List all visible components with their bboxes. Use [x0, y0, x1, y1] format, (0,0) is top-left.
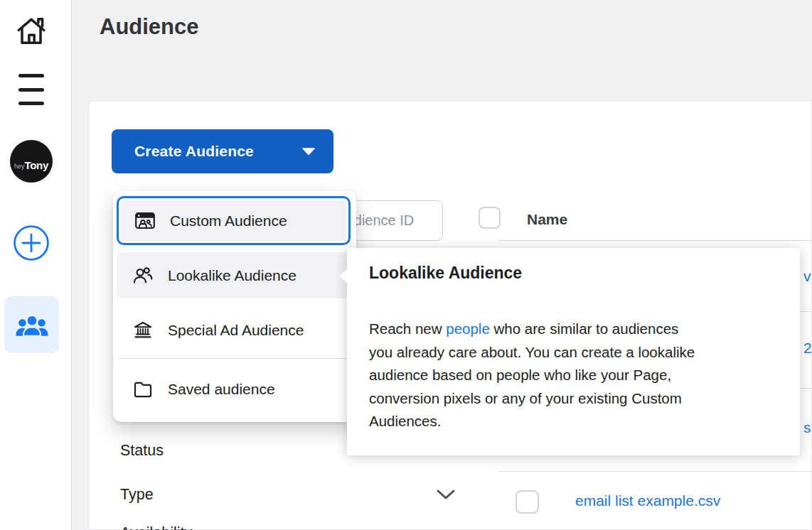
select-all-checkbox[interactable] — [479, 207, 501, 229]
menu-item-label: Saved audience — [168, 381, 275, 398]
filter-status[interactable]: Status — [120, 442, 164, 460]
tooltip-title: Lookalike Audience — [369, 264, 522, 283]
name-column-header: Name — [527, 211, 567, 228]
avatar[interactable]: heyTony — [10, 140, 53, 183]
custom-audience-icon — [134, 210, 156, 232]
avatar-brand-bold: Tony — [24, 159, 48, 171]
create-nav-button[interactable] — [12, 224, 50, 262]
clipped-row-link-fragment: v — [803, 268, 811, 285]
content-card: Create Audience Name v 2 s email list ex… — [88, 100, 812, 530]
filter-type[interactable]: Type — [120, 486, 154, 504]
home-icon — [14, 13, 49, 48]
home-nav-button[interactable] — [13, 12, 50, 49]
clipped-row-link-fragment: s — [803, 419, 811, 436]
menu-item-label: Special Ad Audience — [168, 322, 304, 339]
lookalike-tooltip: Lookalike Audience Reach new people who … — [347, 248, 800, 455]
menu-divider — [119, 358, 351, 359]
plus-icon — [12, 224, 50, 262]
lookalike-audience-icon — [132, 265, 154, 286]
caret-down-icon — [302, 148, 315, 155]
main-menu-button[interactable] — [17, 74, 46, 105]
page-title: Audience — [100, 14, 199, 40]
sidebar: heyTony — [0, 0, 72, 530]
people-link[interactable]: people — [446, 320, 490, 337]
clipped-row-link-fragment: 2 — [803, 340, 812, 357]
tooltip-text: audience based on people who like your P… — [369, 367, 671, 383]
table-header-divider — [498, 240, 812, 241]
tooltip-text: you already care about. You can create a… — [369, 344, 695, 360]
row-checkbox[interactable] — [515, 490, 539, 514]
avatar-brand-light: hey — [14, 163, 25, 170]
tooltip-text: who are similar to audiences — [490, 320, 679, 337]
table-row-divider — [498, 471, 812, 472]
filter-availability[interactable]: Availability — [120, 524, 192, 530]
menu-item-saved-audience[interactable]: Saved audience — [117, 365, 353, 413]
create-audience-button[interactable]: Create Audience — [112, 129, 333, 173]
menu-item-custom-audience[interactable]: Custom Audience — [117, 196, 351, 245]
tooltip-text: Audiences. — [369, 413, 441, 429]
menu-item-label: Lookalike Audience — [168, 267, 297, 284]
audiences-icon — [16, 313, 48, 337]
tooltip-body: Reach new people who are similar to audi… — [369, 318, 783, 433]
tooltip-text: conversion pixels or any of your existin… — [369, 390, 682, 406]
audience-row-link[interactable]: email list example.csv — [575, 492, 720, 509]
create-audience-menu: Custom Audience Lookalike Audience — [113, 191, 356, 422]
saved-audience-icon — [132, 379, 154, 400]
menu-item-lookalike-audience[interactable]: Lookalike Audience — [117, 252, 356, 298]
menu-item-special-ad-audience[interactable]: Special Ad Audience — [117, 306, 353, 355]
menu-item-label: Custom Audience — [170, 212, 287, 229]
chevron-down-icon[interactable] — [437, 490, 455, 499]
create-audience-label: Create Audience — [134, 143, 254, 160]
special-ad-audience-icon — [132, 320, 154, 341]
audience-page: heyTony Audience — [0, 0, 812, 530]
audiences-nav-button[interactable] — [4, 296, 59, 353]
tooltip-text: Reach new — [369, 320, 446, 337]
